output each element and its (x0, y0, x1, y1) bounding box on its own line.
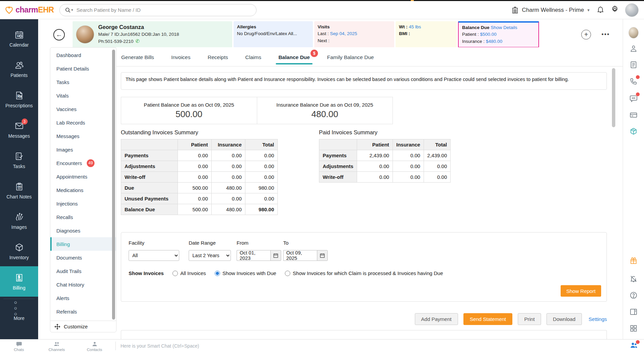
radio-input[interactable] (215, 271, 220, 276)
channels-button[interactable]: Channels (38, 340, 76, 352)
practice-selector[interactable]: Charm Wellness - Prime ▼ (511, 6, 590, 14)
show-details-link[interactable]: Show Details (491, 25, 517, 30)
sidebar-item-tasks[interactable]: Tasks (0, 145, 38, 175)
invoice-filter-radio-1[interactable]: Show Invoices with Due (215, 270, 276, 276)
patient-menu-item-vaccines[interactable]: Vaccines (50, 102, 116, 116)
tab-receipts[interactable]: Receipts (207, 54, 229, 60)
brand-charm: charm (16, 5, 38, 14)
grid-icon[interactable] (628, 323, 639, 333)
sidebar-item-patients[interactable]: Patients (0, 54, 38, 84)
patient-menu-item-appointments[interactable]: Appointments (50, 170, 116, 183)
patient-menu-scrollbar[interactable] (112, 50, 115, 320)
add-new-button[interactable]: + (581, 30, 591, 39)
patient-menu-item-recalls[interactable]: Recalls (50, 210, 116, 224)
sidebar-item-billing[interactable]: $Billing (0, 266, 38, 297)
tab-invoices[interactable]: Invoices (170, 54, 191, 60)
print-button[interactable]: Print (518, 313, 541, 325)
allergies-card[interactable]: Allergies No Drug/Food/Env/Latex All... (234, 21, 313, 48)
gift-icon[interactable] (628, 255, 639, 266)
smart-chat-input[interactable]: Here is your Smart Chat (Ctrl+Space) (120, 343, 630, 349)
table-row: Adjustments0.000.000.00 (319, 161, 451, 172)
notifications-bell-icon[interactable] (596, 5, 605, 15)
patient-menu-item-tasks[interactable]: Tasks (50, 75, 116, 89)
settings-gear-icon[interactable] (611, 5, 619, 15)
messages-icon: 3 (14, 121, 24, 131)
contacts-button[interactable]: Contacts (76, 340, 113, 352)
patient-photo[interactable] (76, 25, 94, 44)
cell-value: 0.00 (357, 161, 393, 172)
settings-link[interactable]: Settings (589, 316, 607, 322)
app-logo[interactable]: charmEHR (0, 5, 59, 15)
visits-card[interactable]: Visits Last : Sep 04, 2025 Next : (314, 21, 394, 48)
date-range-select[interactable]: Last 2 Years (189, 250, 231, 261)
tab-claims[interactable]: Claims (245, 54, 262, 60)
help-icon[interactable] (628, 290, 639, 300)
credit-card-icon[interactable] (628, 110, 639, 120)
online-users-icon[interactable] (630, 341, 638, 351)
from-calendar-icon[interactable] (270, 250, 281, 261)
patient-menu-item-chat-history[interactable]: Chat History (50, 278, 116, 291)
person-icon[interactable] (628, 44, 639, 54)
patient-menu-item-images[interactable]: Images (50, 143, 116, 156)
patient-menu-item-audit-trails[interactable]: Audit Trails (50, 264, 116, 278)
patient-menu-item-medications[interactable]: Medications (50, 183, 116, 197)
invoice-filter-radio-0[interactable]: All Invoices (172, 270, 206, 276)
patient-menu-item-dashboard[interactable]: Dashboard (50, 48, 116, 62)
to-date-field[interactable]: Oct 09, 2025 (283, 250, 328, 261)
customize-menu-button[interactable]: Customize (50, 321, 116, 332)
patient-menu-item-encounters[interactable]: Encounters49 (50, 156, 116, 170)
patient-menu-item-referrals[interactable]: Referrals (50, 305, 116, 318)
user-photo-avatar-icon[interactable] (628, 28, 639, 38)
patient-menu-item-lab-records[interactable]: Lab Records (50, 116, 116, 129)
main-scrollbar[interactable] (612, 68, 615, 127)
paid-summary-title: Paid Invoices Summary (319, 129, 377, 136)
sidebar-item-messages[interactable]: 3Messages (0, 114, 38, 145)
to-date-value[interactable]: Oct 09, 2025 (283, 250, 317, 261)
user-avatar[interactable] (625, 3, 639, 17)
sidebar-item-prescriptions[interactable]: RxPrescriptions (0, 84, 38, 114)
show-report-button[interactable]: Show Report (561, 285, 601, 297)
bell-off-icon[interactable] (628, 274, 639, 284)
tab-family-balance-due[interactable]: Family Balance Due (326, 54, 375, 60)
chat-icon[interactable] (628, 93, 639, 104)
package-icon[interactable] (628, 126, 639, 136)
facility-select[interactable]: All (129, 250, 179, 261)
from-date-value[interactable]: Oct 01, 2023 (237, 250, 270, 261)
chats-button[interactable]: Chats (0, 340, 38, 352)
patient-menu-item-alerts[interactable]: Alerts (50, 291, 116, 305)
intake-form-icon[interactable] (628, 60, 639, 70)
to-calendar-icon[interactable] (317, 250, 328, 261)
balance-due-card[interactable]: Balance Due Show Details Patient : $500.… (458, 21, 539, 48)
from-date-field[interactable]: Oct 01, 2023 (237, 250, 281, 261)
invoice-filter-radio-2[interactable]: Show Invoices for which Claim is process… (285, 270, 443, 276)
patient-search-input[interactable]: ▾ Search Patient by Name / ID (59, 4, 257, 16)
search-icon[interactable]: ▾ (64, 7, 73, 13)
patient-menu-item-documents[interactable]: Documents (50, 251, 116, 264)
tab-generate-bills[interactable]: Generate Bills (120, 54, 155, 60)
send-statement-button[interactable]: Send Statement (463, 313, 513, 325)
sidebar-item-images[interactable]: Images (0, 206, 38, 236)
patient-summary-card[interactable]: George Costanza Male/ 7 ID:Jun16562 DOB:… (73, 21, 232, 48)
patient-menu-item-messages[interactable]: Messages (50, 129, 116, 143)
radio-input[interactable] (172, 271, 178, 276)
panel-icon[interactable] (628, 307, 639, 317)
tab-balance-due[interactable]: Balance Due$ (278, 54, 311, 60)
header-more-options-icon[interactable]: ••• (601, 31, 610, 38)
patient-menu-item-vitals[interactable]: Vitals (50, 89, 116, 102)
patient-menu-item-patient-details[interactable]: Patient Details (50, 62, 116, 75)
back-button[interactable]: ← (53, 29, 65, 40)
add-payment-button[interactable]: Add Payment (415, 313, 458, 325)
cell-value: 2,439.00 (357, 150, 393, 161)
sidebar-item-calendar[interactable]: 12Calendar (0, 23, 38, 54)
patient-menu-item-injections[interactable]: Injections (50, 197, 116, 210)
sidebar-item-more[interactable]: ○ ○ ○More (0, 301, 38, 323)
sidebar-item-chart-notes[interactable]: CCChart Notes (0, 175, 38, 206)
download-button[interactable]: Download (546, 313, 582, 325)
call-phone-icon[interactable]: ✆ (135, 37, 140, 45)
sidebar-item-inventory[interactable]: Inventory (0, 236, 38, 266)
radio-input[interactable] (285, 271, 290, 276)
patient-menu-item-billing[interactable]: Billing (50, 237, 116, 251)
vitals-card[interactable]: Wt : 45 lbs BMI : (396, 21, 457, 48)
patient-menu-item-diagnoses[interactable]: Diagnoses (50, 224, 116, 237)
phone-icon[interactable] (628, 76, 639, 86)
